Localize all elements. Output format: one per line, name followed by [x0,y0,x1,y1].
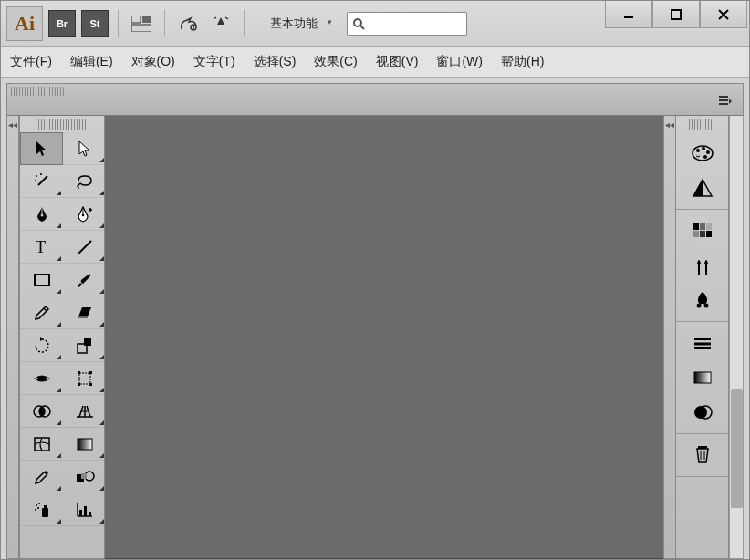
menubar: 文件(F) 编辑(E) 对象(O) 文字(T) 选择(S) 效果(C) 视图(V… [1,47,749,78]
tool-rotate[interactable] [20,329,63,362]
menu-type[interactable]: 文字(T) [193,54,235,70]
svg-rect-42 [78,439,92,450]
svg-rect-26 [84,338,91,346]
svg-rect-46 [42,508,48,517]
svg-point-27 [35,377,37,379]
svg-point-48 [36,504,37,506]
panel-stroke[interactable] [685,327,719,359]
menu-edit[interactable]: 编辑(E) [70,54,113,70]
svg-point-70 [696,304,701,308]
panel-swatches[interactable] [685,214,719,247]
canvas-area[interactable] [105,116,663,559]
menu-window[interactable]: 窗口(W) [436,54,483,70]
tool-scale[interactable] [63,329,106,362]
bridge-button[interactable]: Br [48,10,76,37]
tool-width[interactable] [20,362,63,395]
svg-text:T: T [36,239,46,255]
svg-rect-32 [78,383,80,386]
titlebar: Ai Br St 基本功能 [1,1,749,47]
app-logo: Ai [6,6,43,41]
tool-gradient[interactable] [63,428,106,461]
svg-point-61 [703,155,707,159]
gpu-icon[interactable] [174,10,202,37]
svg-rect-47 [44,505,47,508]
stock-button[interactable]: St [81,10,109,37]
tool-perspective[interactable] [63,395,106,428]
tool-type[interactable]: T [20,231,63,264]
tool-pen[interactable] [20,198,63,231]
menu-file[interactable]: 文件(F) [10,54,52,70]
tool-direct-selection[interactable] [63,132,106,165]
svg-rect-0 [131,16,141,23]
svg-rect-29 [79,373,90,384]
svg-point-49 [38,503,40,504]
toolbox: T [19,116,105,559]
svg-rect-2 [131,25,151,32]
svg-point-60 [706,150,710,154]
arrange-docs-icon[interactable] [128,10,155,37]
tool-free-transform[interactable] [63,362,106,395]
scrollbar[interactable] [729,116,744,559]
svg-line-6 [360,26,364,29]
panel-gradient-panel[interactable] [685,361,719,394]
left-collapse[interactable]: ◂◂ [6,116,19,559]
search-box[interactable] [347,12,467,36]
panel-color[interactable] [685,137,719,170]
close-button[interactable] [700,1,747,28]
svg-rect-55 [84,506,87,516]
svg-point-28 [46,377,48,379]
tool-paintbrush[interactable] [63,264,106,296]
tool-rectangle[interactable] [20,264,63,296]
tool-eraser[interactable] [63,296,106,329]
tool-line[interactable] [63,231,106,264]
tool-selection[interactable] [20,132,63,165]
workspace-switcher[interactable]: 基本功能 [254,12,334,36]
tool-lasso[interactable] [63,165,106,198]
menu-help[interactable]: 帮助(H) [501,54,544,70]
scroll-thumb[interactable] [731,389,743,508]
tool-magic-wand[interactable] [20,165,63,198]
svg-rect-30 [78,371,80,374]
svg-rect-56 [89,512,91,516]
svg-rect-66 [700,231,705,237]
tool-shapebuilder[interactable] [20,395,63,428]
svg-rect-63 [700,223,705,230]
panel-transparency[interactable] [685,396,719,429]
panel-appearance[interactable] [685,439,719,472]
menu-effect[interactable]: 效果(C) [314,54,357,70]
svg-rect-45 [81,473,87,479]
right-collapse[interactable]: ◂◂ [663,116,676,559]
panel-symbols[interactable] [685,284,719,316]
tool-pencil[interactable] [20,296,63,329]
panel-brushes[interactable] [685,249,719,282]
tool-eyedropper[interactable] [20,461,63,493]
tool-add-pen[interactable] [63,198,106,231]
svg-point-51 [35,509,36,511]
svg-rect-62 [693,223,699,230]
tool-column-graph[interactable] [63,493,106,526]
svg-rect-67 [706,231,712,237]
svg-point-50 [37,507,39,509]
minimize-button[interactable] [605,1,652,28]
svg-line-14 [38,176,47,185]
panel-menu-icon[interactable] [719,95,732,106]
maximize-button[interactable] [652,1,700,28]
right-panels [676,116,729,559]
tool-symbol-sprayer[interactable] [20,493,63,526]
menu-select[interactable]: 选择(S) [254,54,297,70]
svg-rect-1 [142,16,151,23]
bell-icon[interactable] [207,10,234,37]
tool-blend[interactable] [63,461,106,493]
svg-rect-23 [35,275,49,285]
menu-view[interactable]: 视图(V) [376,54,419,70]
svg-rect-8 [672,10,681,19]
tool-mesh[interactable] [20,428,63,461]
svg-line-22 [78,241,91,254]
svg-rect-31 [89,371,92,374]
panel-color-guide[interactable] [685,171,719,204]
svg-point-5 [354,19,361,26]
menu-object[interactable]: 对象(O) [131,54,175,70]
svg-point-71 [703,304,708,308]
svg-rect-54 [79,510,82,516]
control-bar [6,83,744,116]
